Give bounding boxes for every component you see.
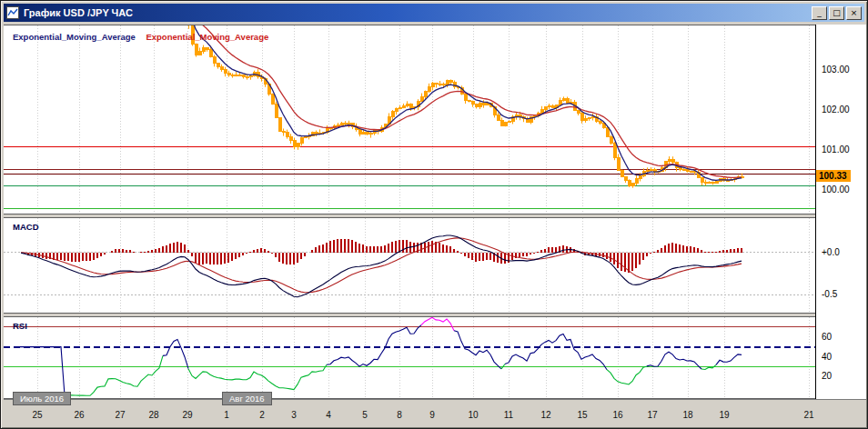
price-axis-label: 101.00	[822, 145, 850, 155]
rsi-line	[505, 334, 607, 369]
time-axis-label: 29	[182, 410, 192, 420]
rsi-axis-label: 40	[822, 352, 832, 362]
time-axis-label: 5	[362, 410, 368, 420]
rsi-chart-svg	[4, 317, 815, 398]
chart-window: График USD /JPY ЧАС _ □ × Exponential_Mo…	[0, 0, 868, 429]
rsi-axis-label: 20	[822, 371, 832, 381]
time-axis-label: 25	[32, 410, 42, 420]
chart-client-area: Exponential_Moving_Average Exponential_M…	[4, 25, 864, 425]
ema-fast-label: Exponential_Moving_Average	[13, 32, 136, 42]
time-axis-label: 27	[115, 410, 125, 420]
time-axis-label: 9	[429, 410, 435, 420]
macd-chart-svg	[4, 218, 815, 313]
time-axis-label: 26	[74, 410, 84, 420]
time-axis-label: 10	[468, 410, 478, 420]
macd-axis-label: -0.5	[822, 289, 837, 299]
price-axis-label: 100.00	[822, 185, 850, 195]
plot-area: Exponential_Moving_Average Exponential_M…	[4, 25, 815, 399]
time-axis-label: 1	[224, 410, 229, 420]
macd-panel-label-wrap: MACD	[13, 222, 47, 232]
rsi-line	[188, 364, 327, 389]
rsi-line	[454, 331, 501, 369]
time-axis-label: 16	[612, 410, 622, 420]
window-title: График USD /JPY ЧАС	[24, 7, 810, 18]
time-axis-label: 28	[148, 410, 158, 420]
time-axis-label: 2	[259, 410, 265, 420]
rsi-line	[163, 339, 188, 368]
macd-panel[interactable]: MACD	[4, 217, 815, 314]
time-axis-label: 18	[682, 410, 692, 420]
indicator-labels: Exponential_Moving_Average Exponential_M…	[13, 32, 277, 42]
time-axis-label: 12	[540, 410, 550, 420]
rsi-axis-label: 60	[822, 332, 832, 342]
close-button[interactable]: ×	[846, 6, 862, 20]
time-axis-label: 4	[326, 410, 331, 420]
macd-axis-label: +0.0	[822, 247, 840, 257]
month-badge: Июль 2016	[13, 392, 71, 405]
rsi-line	[327, 325, 421, 367]
maximize-button[interactable]: □	[829, 6, 844, 20]
window-chart-icon	[6, 6, 19, 19]
time-axis-label: 17	[647, 410, 657, 420]
rsi-line	[17, 347, 65, 395]
rsi-label: RSI	[13, 321, 27, 331]
price-axis[interactable]: 100.33 103.00102.00101.00100.00+0.0-0.56…	[815, 25, 866, 399]
minimize-icon: _	[817, 7, 822, 18]
ema-slow-label: Exponential_Moving_Average	[146, 32, 268, 42]
time-axis-label: 15	[577, 410, 587, 420]
rsi-panel[interactable]: RSI	[4, 316, 815, 399]
rsi-line	[607, 366, 647, 384]
minimize-button[interactable]: _	[812, 6, 827, 20]
time-axis-label: 11	[504, 410, 513, 420]
time-axis-label: 19	[719, 410, 729, 420]
rsi-panel-label-wrap: RSI	[13, 321, 35, 331]
price-axis-label: 102.00	[822, 105, 850, 115]
window-controls: _ □ ×	[810, 6, 862, 20]
rsi-line	[421, 317, 454, 330]
price-chart-svg	[4, 25, 815, 214]
price-panel[interactable]: Exponential_Moving_Average Exponential_M…	[4, 25, 815, 214]
ema-line	[14, 25, 742, 180]
ema-line	[14, 25, 742, 177]
price-axis-label: 103.00	[822, 65, 850, 75]
time-axis-label: 8	[397, 410, 402, 420]
maximize-icon: □	[833, 7, 841, 18]
time-axis-label: 21	[803, 410, 813, 420]
time-axis[interactable]: 25262728291234589101112151617181921Июль …	[4, 399, 866, 427]
month-badge: Авг 2016	[222, 392, 272, 405]
close-icon: ×	[851, 7, 858, 18]
macd-label: MACD	[13, 222, 39, 232]
candlesticks	[13, 25, 743, 188]
rsi-line	[716, 354, 742, 364]
time-axis-label: 3	[291, 410, 297, 420]
macd-histogram	[20, 239, 742, 273]
current-price-badge: 100.33	[816, 170, 851, 182]
title-bar[interactable]: График USD /JPY ЧАС _ □ ×	[4, 4, 864, 22]
